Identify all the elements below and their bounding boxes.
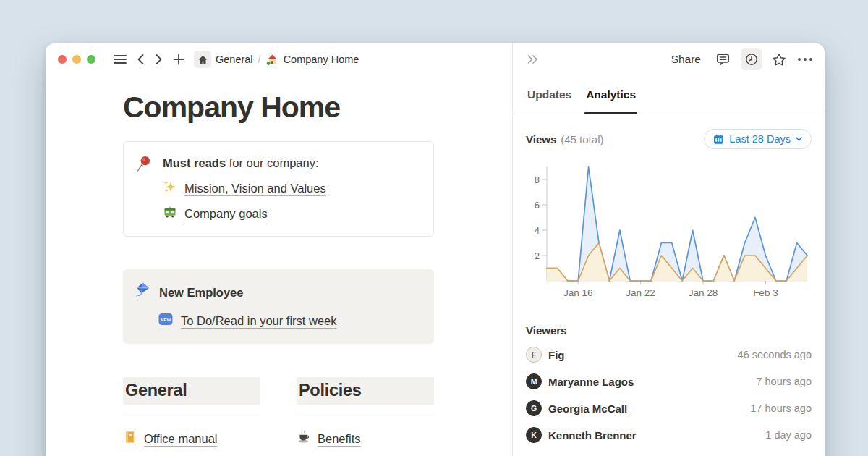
y-tick-label: 2 — [535, 250, 540, 261]
menu-icon[interactable] — [111, 52, 129, 67]
viewer-time: 1 day ago — [765, 429, 812, 441]
views-header: Views (45 total) Last 28 Days — [526, 129, 812, 149]
coffee-icon — [297, 430, 311, 447]
benefits-row: Benefits — [297, 430, 434, 447]
callout-lead-text: Must reads for our company: — [163, 154, 326, 172]
viewer-time: 7 hours ago — [756, 376, 812, 387]
more-options-icon[interactable] — [797, 57, 813, 62]
maximize-window-button[interactable] — [87, 55, 95, 64]
new-employee-link[interactable]: New Employee — [159, 286, 243, 300]
panel-toolbar: Share — [513, 43, 825, 75]
avatar: F — [526, 347, 542, 363]
callout-link-row: Mission, Vision and Values — [163, 180, 326, 197]
clock-icon — [744, 52, 759, 67]
new-page-plus-icon[interactable] — [171, 51, 187, 67]
home-icon — [197, 54, 208, 65]
breadcrumb-page[interactable]: Company Home — [284, 54, 359, 65]
close-window-button[interactable] — [58, 55, 67, 64]
viewer-name: Kenneth Brenner — [548, 429, 637, 442]
divider — [297, 413, 434, 413]
viewer-row[interactable]: M Maryanne Lagos 7 hours ago — [526, 373, 812, 390]
views-chart: 2468Jan 16Jan 22Jan 28Feb 3 — [526, 163, 812, 304]
date-range-button[interactable]: Last 28 Days — [704, 129, 812, 149]
divider — [123, 413, 260, 413]
new-badge-icon: NEW — [158, 311, 174, 330]
page-title: Company Home — [123, 90, 480, 124]
viewer-name: Maryanne Lagos — [548, 376, 634, 388]
calendar-icon — [713, 134, 724, 145]
y-tick-label: 4 — [535, 225, 540, 236]
viewer-time: 17 hours ago — [750, 402, 812, 414]
window-topbar: General / Company Home — [46, 43, 512, 75]
share-button[interactable]: Share — [671, 53, 701, 66]
updates-history-button[interactable] — [741, 48, 762, 70]
tab-analytics[interactable]: Analytics — [584, 75, 637, 114]
mission-vision-values-link[interactable]: Mission, Vision and Values — [184, 182, 326, 195]
new-badge-text: NEW — [161, 317, 171, 322]
viewer-name: Georgia McCall — [548, 402, 627, 415]
y-tick-label: 8 — [535, 174, 540, 185]
chevron-down-icon — [796, 137, 802, 141]
viewer-time: 46 seconds ago — [738, 349, 812, 360]
notion-window: General / Company Home Company Home — [46, 43, 825, 456]
must-reads-callout: Must reads for our company: Mission, Vis… — [123, 141, 434, 237]
avatar: M — [526, 373, 542, 389]
date-range-label: Last 28 Days — [729, 133, 791, 145]
tram-icon — [163, 205, 177, 222]
callout-lead-rest: for our company: — [226, 156, 318, 169]
new-employee-section: New Employee NEW To Do/Read in your firs… — [123, 269, 434, 344]
house-garden-icon — [266, 54, 278, 66]
x-tick-label: Jan 16 — [563, 287, 593, 298]
viewers-section: Viewers F Fig 46 seconds ago M Maryanne … — [526, 324, 812, 444]
breadcrumb-root[interactable]: General — [216, 54, 253, 65]
avatar: K — [526, 427, 542, 443]
sparkles-icon — [163, 180, 177, 197]
comments-icon[interactable] — [715, 52, 731, 67]
link-columns: General Office manual — [123, 377, 480, 447]
todo-first-week-link[interactable]: To Do/Read in your first week — [181, 314, 337, 328]
policies-column: Policies Benefits — [297, 377, 434, 447]
panel-tabs: Updates Analytics — [513, 75, 825, 114]
orange-book-icon — [123, 430, 137, 447]
viewer-row[interactable]: K Kenneth Brenner 1 day ago — [526, 426, 812, 444]
breadcrumb-separator: / — [258, 54, 261, 65]
page-content: Company Home Must reads for our company: — [46, 75, 512, 447]
tab-updates[interactable]: Updates — [526, 75, 573, 114]
office-manual-link[interactable]: Office manual — [144, 432, 218, 446]
x-tick-label: Jan 22 — [626, 287, 655, 298]
office-manual-row: Office manual — [123, 430, 260, 447]
pushpin-icon — [135, 154, 153, 222]
kite-icon — [134, 282, 151, 303]
x-tick-label: Feb 3 — [753, 287, 778, 298]
forward-icon[interactable] — [153, 51, 165, 67]
analytics-panel: Share Updates — [512, 43, 825, 456]
views-title: Views — [526, 133, 556, 145]
viewer-row[interactable]: F Fig 46 seconds ago — [526, 346, 812, 363]
benefits-link[interactable]: Benefits — [318, 432, 361, 446]
general-column: General Office manual — [123, 377, 260, 447]
callout-link-row: Company goals — [163, 205, 326, 222]
minimize-window-button[interactable] — [72, 55, 81, 64]
home-button[interactable] — [194, 51, 211, 68]
viewer-name: Fig — [548, 349, 565, 361]
x-tick-label: Jan 28 — [689, 287, 718, 298]
callout-lead-bold: Must reads — [163, 156, 226, 169]
back-icon[interactable] — [135, 51, 147, 67]
viewers-title: Viewers — [526, 324, 812, 337]
traffic-lights — [58, 55, 95, 64]
general-heading: General — [123, 377, 260, 405]
company-goals-link[interactable]: Company goals — [184, 207, 268, 221]
policies-heading: Policies — [297, 377, 434, 405]
views-total: (45 total) — [561, 133, 603, 145]
favorite-star-icon[interactable] — [771, 52, 787, 67]
y-tick-label: 6 — [535, 200, 540, 211]
viewer-row[interactable]: G Georgia McCall 17 hours ago — [526, 400, 812, 417]
collapse-panel-icon[interactable] — [525, 53, 540, 66]
main-area: General / Company Home Company Home — [46, 43, 512, 456]
avatar: G — [526, 400, 542, 416]
